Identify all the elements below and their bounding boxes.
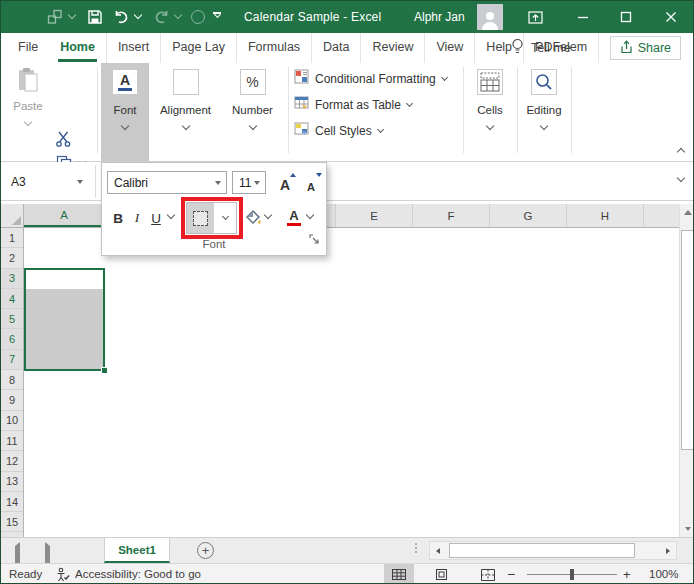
font-name-dropdown-icon[interactable] bbox=[215, 181, 221, 185]
vertical-scrollbar[interactable] bbox=[679, 204, 694, 537]
formula-bar-expand-icon[interactable] bbox=[677, 174, 685, 182]
fill-color-dropdown-icon[interactable] bbox=[264, 211, 272, 219]
row-header-15[interactable]: 15 bbox=[1, 512, 23, 532]
scroll-right-icon[interactable] bbox=[660, 542, 676, 559]
user-avatar[interactable] bbox=[477, 4, 503, 30]
customize-qat-icon[interactable] bbox=[213, 12, 221, 17]
row-header-13[interactable]: 13 bbox=[1, 472, 23, 492]
ribbon-tab-view[interactable]: View bbox=[424, 33, 474, 63]
name-box[interactable]: A3 bbox=[3, 169, 91, 194]
ribbon-tab-insert[interactable]: Insert bbox=[106, 33, 160, 63]
worksheet-cells[interactable] bbox=[24, 228, 679, 537]
decrease-font-size-button[interactable]: A bbox=[300, 172, 322, 193]
redo-icon[interactable] bbox=[153, 10, 170, 28]
cut-icon[interactable] bbox=[55, 131, 72, 151]
row-header-8[interactable]: 8 bbox=[1, 370, 23, 390]
horizontal-scrollbar[interactable] bbox=[429, 541, 677, 560]
editing-group-button[interactable]: Editing bbox=[520, 63, 568, 161]
collapse-ribbon-icon[interactable] bbox=[677, 148, 685, 156]
cells-group-button[interactable]: Cells bbox=[466, 63, 514, 161]
cell-selection-A3-A7[interactable] bbox=[24, 268, 105, 371]
sheet-prev-icon[interactable] bbox=[15, 546, 20, 564]
font-dialog-launcher-icon[interactable] bbox=[309, 231, 320, 249]
accessibility-status[interactable]: Accessibility: Good to go bbox=[75, 568, 201, 580]
font-color-dropdown-icon[interactable] bbox=[306, 211, 314, 219]
font-name-combobox[interactable]: Calibri bbox=[107, 171, 227, 194]
page-break-view-button[interactable] bbox=[473, 564, 503, 584]
zoom-level[interactable]: 100% bbox=[649, 568, 678, 580]
alignment-group-button[interactable]: Alignment bbox=[154, 63, 217, 161]
row-header-12[interactable]: 12 bbox=[1, 451, 23, 471]
ribbon-tab-data[interactable]: Data bbox=[311, 33, 360, 63]
column-header-h[interactable]: H bbox=[567, 204, 644, 227]
number-group-button[interactable]: % Number bbox=[221, 63, 284, 161]
close-button[interactable] bbox=[655, 1, 687, 33]
column-header-i[interactable]: I bbox=[644, 204, 679, 227]
selection-fill-handle[interactable] bbox=[101, 367, 108, 374]
underline-dropdown-icon[interactable] bbox=[167, 211, 175, 219]
increase-font-size-button[interactable]: A bbox=[274, 172, 296, 193]
row-header-11[interactable]: 11 bbox=[1, 431, 23, 451]
fill-color-button[interactable] bbox=[243, 201, 263, 235]
zoom-slider-thumb[interactable] bbox=[570, 569, 574, 580]
font-color-button[interactable]: A bbox=[284, 201, 304, 235]
zoom-in-button[interactable]: + bbox=[623, 567, 631, 582]
row-header-14[interactable]: 14 bbox=[1, 492, 23, 512]
column-header-g[interactable]: G bbox=[490, 204, 567, 227]
ribbon-tab-file[interactable]: File bbox=[7, 33, 49, 63]
row-header-9[interactable]: 9 bbox=[1, 390, 23, 410]
undo-icon[interactable] bbox=[113, 10, 130, 28]
maximize-button[interactable] bbox=[611, 1, 641, 33]
column-header-e[interactable]: E bbox=[336, 204, 413, 227]
cell-styles-button[interactable]: Cell Styles bbox=[294, 121, 447, 140]
name-box-dropdown-icon[interactable] bbox=[77, 180, 83, 184]
touch-mode-icon[interactable] bbox=[47, 9, 63, 29]
share-button[interactable]: Share bbox=[610, 36, 681, 60]
scroll-up-icon[interactable] bbox=[680, 204, 694, 220]
ribbon-tab-formulas[interactable]: Formulas bbox=[236, 33, 311, 63]
scroll-down-icon[interactable] bbox=[680, 521, 694, 537]
row-headers[interactable]: 12345678910111213141516 bbox=[1, 228, 24, 537]
row-header-3[interactable]: 3 bbox=[1, 269, 23, 289]
ribbon-tab-page-lay[interactable]: Page Lay bbox=[160, 33, 236, 63]
sheet-next-icon[interactable] bbox=[45, 546, 50, 564]
font-size-combobox[interactable]: 11 bbox=[232, 171, 266, 194]
touch-mode-chevron-icon[interactable] bbox=[68, 11, 76, 19]
row-header-7[interactable]: 7 bbox=[1, 350, 23, 370]
minimize-button[interactable] bbox=[568, 1, 598, 33]
ribbon-tab-review[interactable]: Review bbox=[360, 33, 424, 63]
row-header-10[interactable]: 10 bbox=[1, 411, 23, 431]
ribbon-tab-home[interactable]: Home bbox=[49, 33, 106, 63]
zoom-out-button[interactable]: − bbox=[507, 566, 515, 582]
sheet-tab-sheet1[interactable]: Sheet1 bbox=[104, 538, 170, 563]
redo-chevron-icon[interactable] bbox=[174, 11, 182, 19]
column-header-a[interactable]: A bbox=[24, 204, 105, 227]
ribbon-display-options-button[interactable] bbox=[520, 1, 550, 33]
vertical-scrollbar-thumb[interactable] bbox=[681, 230, 694, 450]
column-header-f[interactable]: F bbox=[413, 204, 490, 227]
row-header-4[interactable]: 4 bbox=[1, 289, 23, 309]
row-header-2[interactable]: 2 bbox=[1, 248, 23, 268]
user-name[interactable]: Alphr Jan bbox=[414, 1, 465, 33]
row-header-1[interactable]: 1 bbox=[1, 228, 23, 248]
tab-bar-splitter[interactable] bbox=[414, 543, 418, 553]
undo-chevron-icon[interactable] bbox=[134, 11, 142, 19]
font-size-dropdown-icon[interactable] bbox=[254, 181, 260, 185]
scroll-left-icon[interactable] bbox=[430, 542, 446, 559]
page-layout-view-button[interactable] bbox=[426, 564, 456, 584]
italic-button[interactable]: I bbox=[129, 201, 145, 235]
bold-button[interactable]: B bbox=[108, 201, 128, 235]
paste-button[interactable]: Paste bbox=[7, 67, 49, 125]
normal-view-button[interactable] bbox=[384, 564, 414, 584]
tell-me[interactable]: Tell me bbox=[511, 33, 571, 63]
font-group-button[interactable]: A Font bbox=[101, 63, 149, 161]
row-header-5[interactable]: 5 bbox=[1, 309, 23, 329]
new-sheet-button[interactable]: + bbox=[197, 542, 214, 559]
row-header-6[interactable]: 6 bbox=[1, 329, 23, 349]
horizontal-scrollbar-thumb[interactable] bbox=[449, 543, 635, 558]
conditional-formatting-button[interactable]: Conditional Formatting bbox=[294, 69, 447, 88]
underline-button[interactable]: U bbox=[147, 201, 165, 235]
format-as-table-button[interactable]: Format as Table bbox=[294, 95, 447, 114]
select-all-button[interactable] bbox=[1, 204, 24, 228]
save-icon[interactable] bbox=[87, 9, 103, 29]
